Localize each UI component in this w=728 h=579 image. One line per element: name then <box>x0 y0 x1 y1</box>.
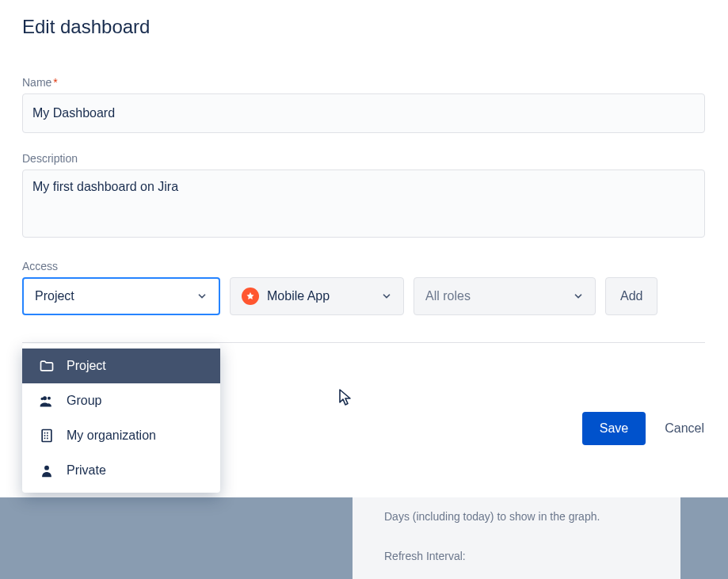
svg-point-0 <box>43 396 47 400</box>
roles-select[interactable]: All roles <box>414 277 596 315</box>
dropdown-option-label: Group <box>67 394 101 408</box>
dropdown-option-project[interactable]: Project <box>22 349 220 383</box>
page-title: Edit dashboard <box>22 16 706 38</box>
project-avatar-icon <box>242 288 259 305</box>
chevron-down-icon <box>573 291 584 302</box>
background-panel <box>0 497 728 579</box>
background-hint-days: Days (including today) to show in the gr… <box>384 510 600 523</box>
cursor-icon <box>338 388 354 407</box>
chevron-down-icon <box>196 291 208 302</box>
folder-icon <box>38 358 55 374</box>
add-button[interactable]: Add <box>605 277 657 315</box>
name-label: Name* <box>22 76 706 89</box>
description-field-group: Description <box>22 152 706 241</box>
svg-point-10 <box>44 466 49 470</box>
name-input[interactable] <box>22 93 705 133</box>
name-label-text: Name <box>22 76 51 89</box>
dropdown-option-private[interactable]: Private <box>22 453 220 488</box>
cancel-button[interactable]: Cancel <box>665 421 704 436</box>
share-type-select[interactable]: Project <box>22 277 220 315</box>
dropdown-option-organization[interactable]: My organization <box>22 418 220 453</box>
share-type-dropdown: Project Group My organization Private <box>22 344 220 493</box>
share-type-value: Project <box>35 289 74 303</box>
access-label: Access <box>22 260 706 272</box>
required-indicator: * <box>53 76 57 89</box>
description-input[interactable] <box>22 170 705 238</box>
project-select[interactable]: Mobile App <box>230 277 404 315</box>
dropdown-option-group[interactable]: Group <box>22 383 220 418</box>
save-button[interactable]: Save <box>582 412 646 445</box>
person-icon <box>38 463 55 478</box>
svg-point-1 <box>48 397 51 400</box>
access-row: Project Mobile App All roles <box>22 277 705 315</box>
name-field-group: Name* <box>22 76 706 133</box>
svg-point-2 <box>41 398 44 400</box>
dropdown-option-label: My organization <box>67 429 156 443</box>
roles-select-placeholder: All roles <box>425 289 471 303</box>
chevron-down-icon <box>381 291 392 302</box>
divider <box>22 342 705 343</box>
group-icon <box>38 393 55 409</box>
background-label-refresh: Refresh Interval: <box>384 550 466 562</box>
dropdown-option-label: Project <box>67 359 106 373</box>
actions-row: Save Cancel <box>582 412 704 445</box>
access-field-group: Access Project Mobile App All roles <box>22 260 706 315</box>
project-select-value: Mobile App <box>267 289 330 303</box>
description-label: Description <box>22 152 706 165</box>
dropdown-option-label: Private <box>67 463 106 478</box>
building-icon <box>38 428 55 444</box>
